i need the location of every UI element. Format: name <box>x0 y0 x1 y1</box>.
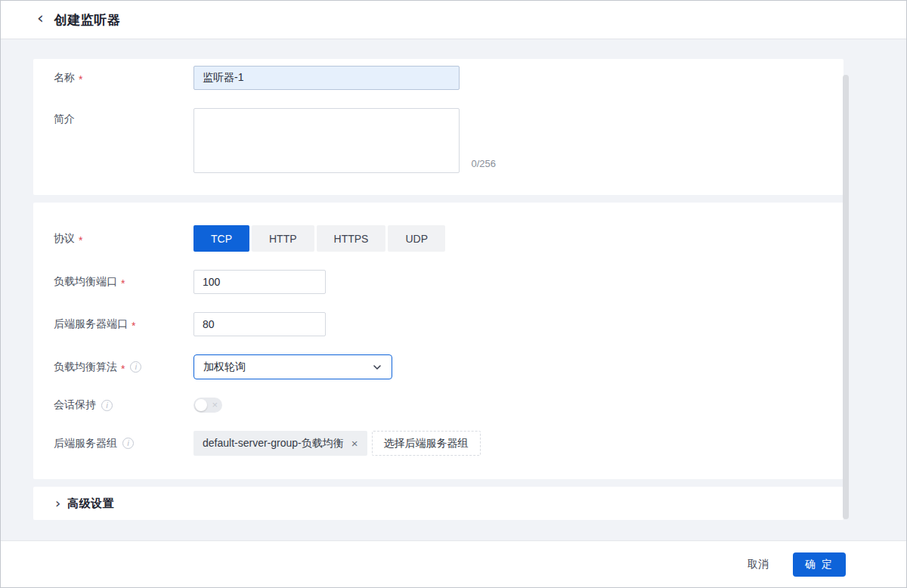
form-row-backend-server-group: 后端服务器组 i default-server-group-负载均衡 × 选择后… <box>33 431 844 456</box>
remove-tag-icon[interactable]: × <box>351 438 358 449</box>
page-footer: 取消 确 定 <box>1 540 906 587</box>
vertical-scrollbar[interactable] <box>843 75 849 519</box>
lb-algorithm-label: 负载均衡算法 * i <box>33 361 193 374</box>
toggle-knob-icon <box>195 399 207 411</box>
description-textarea[interactable] <box>193 108 460 173</box>
basic-info-card: 名称 * 简介 0/256 <box>33 59 844 195</box>
required-mark: * <box>132 320 135 332</box>
backend-server-group-label-text: 后端服务器组 <box>54 437 117 450</box>
required-mark: * <box>79 234 82 246</box>
required-mark: * <box>121 277 125 289</box>
advanced-settings-card[interactable]: › 高级设置 <box>33 487 844 520</box>
page-header: ‹ 创建监听器 <box>1 1 906 39</box>
chevron-down-icon <box>372 362 382 373</box>
session-persistence-toggle[interactable]: × <box>193 398 222 413</box>
char-counter: 0/256 <box>471 158 496 169</box>
form-row-protocol: 协议 * TCP HTTP HTTPS UDP <box>33 225 844 252</box>
listener-config-card: 协议 * TCP HTTP HTTPS UDP 负载均衡端口 * <box>33 203 844 479</box>
info-icon[interactable]: i <box>101 400 113 411</box>
advanced-settings-label: 高级设置 <box>67 497 114 511</box>
name-label: 名称 * <box>33 71 193 85</box>
description-label-text: 简介 <box>54 113 75 126</box>
server-group-tag-text: default-server-group-负载均衡 <box>203 437 344 450</box>
protocol-label: 协议 * <box>33 232 193 246</box>
chevron-right-icon: › <box>55 495 60 511</box>
protocol-option-https[interactable]: HTTPS <box>317 225 386 252</box>
form-row-lb-port: 负载均衡端口 * <box>33 270 844 294</box>
form-row-lb-algorithm: 负载均衡算法 * i 加权轮询 <box>33 354 844 379</box>
info-icon[interactable]: i <box>122 438 134 449</box>
protocol-option-tcp[interactable]: TCP <box>193 225 249 252</box>
info-icon[interactable]: i <box>130 361 141 373</box>
required-mark: * <box>79 73 82 85</box>
lb-port-label: 负载均衡端口 * <box>33 275 193 289</box>
cancel-button[interactable]: 取消 <box>748 558 769 571</box>
confirm-button[interactable]: 确 定 <box>793 552 846 577</box>
select-server-group-button[interactable]: 选择后端服务器组 <box>372 431 481 456</box>
protocol-option-udp[interactable]: UDP <box>388 225 445 252</box>
back-icon[interactable]: ‹ <box>37 10 44 26</box>
lb-algorithm-value: 加权轮询 <box>203 361 246 374</box>
protocol-label-text: 协议 <box>54 232 75 246</box>
backend-port-label: 后端服务器端口 * <box>33 317 193 331</box>
required-mark: * <box>121 363 125 375</box>
form-row-session-persistence: 会话保持 i × <box>33 398 844 413</box>
protocol-option-http[interactable]: HTTP <box>252 225 314 252</box>
protocol-button-group: TCP HTTP HTTPS UDP <box>193 225 445 252</box>
backend-server-group-label: 后端服务器组 i <box>33 437 193 450</box>
backend-port-label-text: 后端服务器端口 <box>54 317 128 331</box>
page-title: 创建监听器 <box>54 11 121 29</box>
name-input[interactable] <box>193 66 460 90</box>
session-persistence-label: 会话保持 i <box>33 398 193 412</box>
lb-port-input[interactable] <box>193 270 326 294</box>
backend-port-input[interactable] <box>193 312 326 336</box>
lb-algorithm-select[interactable]: 加权轮询 <box>193 354 392 379</box>
form-row-name: 名称 * <box>33 66 844 90</box>
create-listener-page: ‹ 创建监听器 名称 * 简介 0/256 <box>0 0 907 588</box>
description-field-wrap: 0/256 <box>193 108 460 175</box>
session-persistence-label-text: 会话保持 <box>54 398 96 412</box>
lb-algorithm-label-text: 负载均衡算法 <box>54 361 117 374</box>
toggle-off-icon: × <box>212 398 218 412</box>
form-row-description: 简介 0/256 <box>33 108 844 175</box>
form-scroll-area: 名称 * 简介 0/256 协议 * <box>1 39 906 540</box>
form-row-backend-port: 后端服务器端口 * <box>33 312 844 336</box>
name-label-text: 名称 <box>54 71 75 85</box>
server-group-tag: default-server-group-负载均衡 × <box>193 431 367 456</box>
lb-port-label-text: 负载均衡端口 <box>54 275 117 289</box>
description-label: 简介 <box>33 108 193 126</box>
